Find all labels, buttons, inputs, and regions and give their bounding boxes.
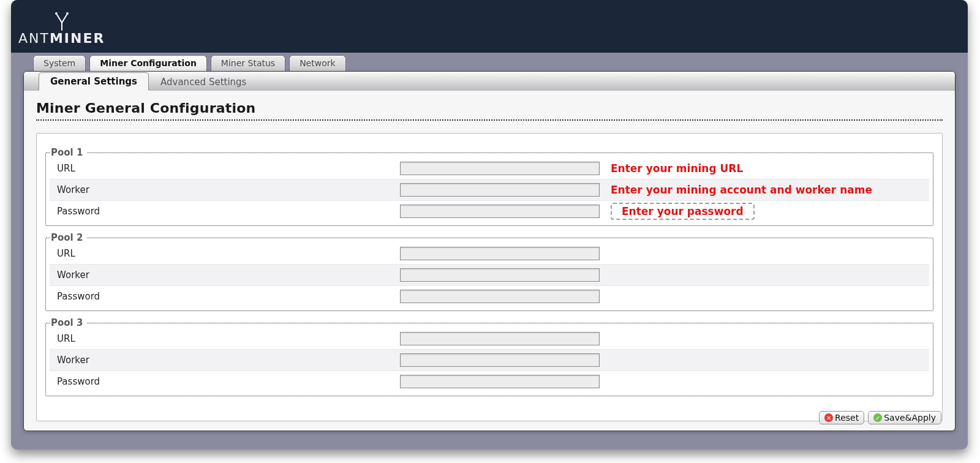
svg-point-0	[55, 12, 58, 15]
pool1-url-label: URL	[50, 163, 400, 174]
pool1-password-hint: Enter your password	[600, 203, 929, 220]
pool2-worker-label: Worker	[50, 269, 400, 280]
pool2-password-label: Password	[50, 291, 400, 302]
brand-logo: ANTMINER	[18, 7, 105, 46]
save-apply-button-label: Save&Apply	[884, 413, 936, 423]
pool-1: Pool 1 URL Enter your mining URL Worker …	[45, 147, 933, 226]
reset-button-label: Reset	[835, 413, 859, 423]
pool3-url-label: URL	[50, 333, 400, 344]
save-apply-button[interactable]: ✓ Save&Apply	[868, 411, 941, 424]
pool1-url-input[interactable]	[400, 162, 600, 175]
svg-point-1	[66, 12, 69, 15]
tab-system[interactable]: System	[33, 55, 86, 71]
pool-3-legend: Pool 3	[50, 317, 86, 328]
page-title: Miner General Configuration	[36, 100, 943, 116]
check-icon: ✓	[873, 413, 882, 422]
brand-text: ANTMINER	[18, 31, 105, 46]
pool1-url-hint: Enter your mining URL	[600, 162, 929, 175]
footer-buttons: ✕ Reset ✓ Save&Apply	[819, 411, 941, 424]
pool1-password-input[interactable]	[400, 205, 600, 218]
pool-3: Pool 3 URL Worker Password	[45, 317, 933, 396]
content-frame: General Settings Advanced Settings Miner…	[23, 71, 956, 431]
pool2-password-input[interactable]	[400, 290, 600, 303]
title-divider	[36, 119, 943, 121]
tab-miner-configuration[interactable]: Miner Configuration	[89, 55, 207, 71]
pool-1-legend: Pool 1	[50, 147, 86, 158]
tab-network[interactable]: Network	[289, 55, 345, 71]
pool3-url-input[interactable]	[400, 332, 600, 345]
pool3-worker-input[interactable]	[400, 353, 600, 367]
subtab-general-settings[interactable]: General Settings	[39, 72, 149, 91]
pool2-worker-input[interactable]	[400, 268, 600, 282]
reset-button[interactable]: ✕ Reset	[819, 411, 864, 424]
top-header: ANTMINER	[11, 0, 968, 53]
pool1-worker-hint: Enter your mining account and worker nam…	[600, 184, 929, 196]
pool-2: Pool 2 URL Worker Password	[45, 232, 933, 311]
pools-panel: Pool 1 URL Enter your mining URL Worker …	[36, 133, 943, 421]
pool3-password-label: Password	[50, 376, 400, 387]
page-body: Miner General Configuration Pool 1 URL E…	[24, 91, 955, 427]
pool1-worker-label: Worker	[50, 184, 400, 195]
close-icon: ✕	[824, 413, 833, 422]
pool2-url-label: URL	[50, 248, 400, 259]
pool3-password-input[interactable]	[400, 375, 600, 388]
subtab-advanced-settings[interactable]: Advanced Settings	[149, 73, 258, 91]
pool1-password-label: Password	[50, 206, 400, 217]
pool3-worker-label: Worker	[50, 355, 400, 366]
pool-2-legend: Pool 2	[50, 232, 86, 243]
app-window: ANTMINER System Miner Configuration Mine…	[11, 0, 968, 450]
antenna-icon	[54, 7, 70, 31]
primary-tabs: System Miner Configuration Miner Status …	[11, 53, 968, 71]
pool1-worker-input[interactable]	[400, 183, 600, 197]
tab-miner-status[interactable]: Miner Status	[211, 55, 285, 71]
pool2-url-input[interactable]	[400, 247, 600, 260]
sub-tabs: General Settings Advanced Settings	[24, 72, 955, 91]
